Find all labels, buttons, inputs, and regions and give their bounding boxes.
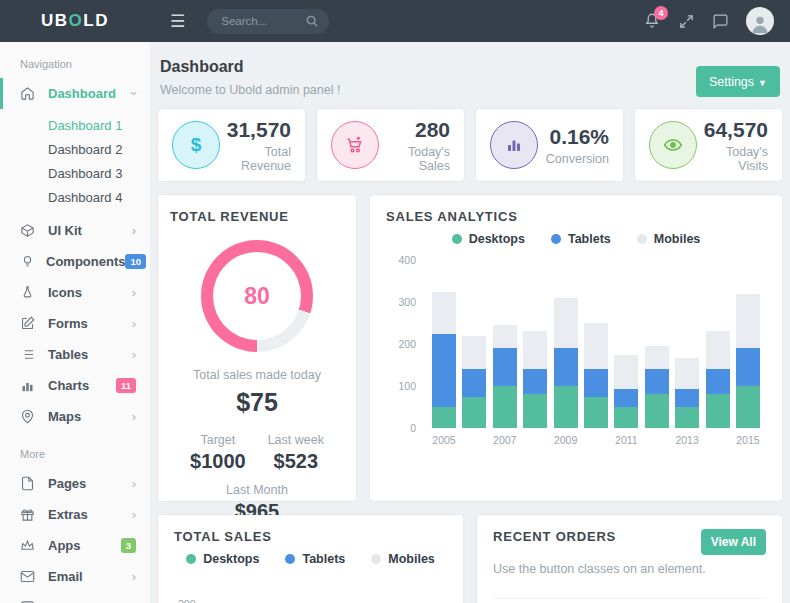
sidebar-item-forms[interactable]: Forms › — [0, 308, 150, 339]
notification-badge: 4 — [654, 6, 668, 20]
topbar: UBOLD ☰ 4 — [0, 0, 790, 42]
chevron-down-icon: › — [126, 91, 141, 95]
bar-segment-mobiles — [645, 346, 669, 369]
sidebar-subitem-dashboard-4[interactable]: Dashboard 4 — [0, 185, 150, 209]
bar-segment-mobiles — [432, 292, 456, 334]
dashboard-submenu: Dashboard 1 Dashboard 2 Dashboard 3 Dash… — [0, 109, 150, 215]
target-label: Target — [190, 433, 246, 447]
sidebar-item-ui-kit[interactable]: UI Kit › — [0, 215, 150, 246]
sidebar-item-components[interactable]: Components 10 — [0, 246, 150, 277]
legend-label: Tablets — [568, 232, 611, 246]
chevron-right-icon: › — [132, 285, 136, 300]
mail-icon — [20, 569, 37, 584]
sidebar-item-tables[interactable]: Tables › — [0, 339, 150, 370]
sidebar-item-charts[interactable]: Charts 11 — [0, 370, 150, 401]
eye-icon — [649, 121, 697, 169]
chevron-right-icon: › — [132, 223, 136, 238]
hamburger-icon[interactable]: ☰ — [170, 11, 185, 32]
legend-dot-green — [452, 234, 462, 244]
apps-badge: 3 — [121, 538, 136, 553]
chevron-right-icon: › — [132, 316, 136, 331]
fullscreen-button[interactable] — [678, 13, 695, 30]
legend-label: Mobiles — [388, 552, 435, 566]
bar-segment-tablets — [493, 348, 517, 386]
sales-today-label: Total sales made today — [170, 368, 344, 382]
search-box — [207, 9, 329, 34]
view-all-button[interactable]: View All — [701, 529, 766, 555]
sidebar-item-maps[interactable]: Maps › — [0, 401, 150, 432]
total-sales-panel: TOTAL SALES Desktops Tablets Mobiles 200 — [158, 515, 463, 603]
stat-label: Today's Visits — [697, 145, 768, 173]
sidebar-item-label: Pages — [48, 476, 132, 491]
sidebar-item-extras[interactable]: Extras › — [0, 499, 150, 530]
bar-segment-mobiles — [584, 323, 608, 369]
bar-2011: 2011 — [614, 355, 638, 450]
sidebar-item-layouts[interactable]: Layouts › — [0, 592, 150, 603]
bar-segment-desktops — [584, 397, 608, 429]
donut-value: 80 — [213, 252, 301, 340]
legend-mobiles: Mobiles — [637, 232, 701, 246]
sidebar-item-email[interactable]: Email › — [0, 561, 150, 592]
legend-dot-blue — [551, 234, 561, 244]
stat-card-conversion: 0.16% Conversion — [476, 109, 623, 181]
legend-tablets: Tablets — [285, 552, 345, 566]
x-tick-label: 2015 — [736, 434, 759, 450]
bar-segment-tablets — [706, 369, 730, 394]
sidebar-item-label: Icons — [48, 285, 132, 300]
target-value: $1000 — [190, 450, 246, 473]
search-icon[interactable] — [305, 14, 319, 28]
stat-value: 64,570 — [697, 118, 768, 142]
legend-label: Tablets — [302, 552, 345, 566]
sidebar-item-icons[interactable]: Icons › — [0, 277, 150, 308]
sidebar-item-label: Extras — [48, 507, 132, 522]
sidebar-section-navigation: Navigation — [0, 42, 150, 78]
chevron-right-icon: › — [132, 347, 136, 362]
stat-label: Today's Sales — [379, 145, 450, 173]
sidebar-item-label: Dashboard — [48, 86, 132, 101]
stat-label: Conversion — [538, 152, 609, 166]
bar-segment-tablets — [523, 369, 547, 394]
bar-segment-desktops — [645, 394, 669, 428]
x-tick-label: 2011 — [615, 434, 638, 450]
flask-icon — [20, 285, 37, 300]
bar-2007: 2007 — [493, 325, 517, 450]
bar-segment-tablets — [645, 369, 669, 394]
sales-analytics-panel: SALES ANALYTICS Desktops Tablets Mobiles… — [370, 195, 782, 501]
bar-segment-mobiles — [675, 358, 699, 390]
notifications-button[interactable]: 4 — [643, 12, 661, 30]
sidebar-subitem-dashboard-3[interactable]: Dashboard 3 — [0, 161, 150, 185]
bar-2010 — [584, 323, 608, 450]
bar-segment-desktops — [554, 386, 578, 428]
panel-title: SALES ANALYTICS — [386, 209, 766, 224]
legend-label: Mobiles — [654, 232, 701, 246]
settings-button[interactable]: Settings▼ — [696, 66, 780, 97]
bar-segment-desktops — [523, 394, 547, 428]
bar-segment-mobiles — [614, 355, 638, 390]
sidebar-item-pages[interactable]: Pages › — [0, 468, 150, 499]
bar-segment-mobiles — [554, 298, 578, 348]
bar-segment-mobiles — [736, 294, 760, 349]
file-icon — [20, 476, 37, 491]
total-revenue-panel: TOTAL REVENUE 80 Total sales made today … — [158, 195, 356, 501]
user-avatar[interactable] — [746, 7, 774, 35]
sidebar-item-apps[interactable]: Apps 3 — [0, 530, 150, 561]
messages-button[interactable] — [712, 13, 729, 30]
sidebar-subitem-dashboard-1[interactable]: Dashboard 1 — [0, 113, 150, 137]
y-tick-200: 200 — [398, 338, 416, 350]
gift-icon — [20, 507, 37, 522]
bar-2005: 2005 — [432, 292, 456, 451]
bar-2014 — [706, 331, 730, 450]
app-logo[interactable]: UBOLD — [0, 11, 150, 31]
stat-card-todays-sales: 280 Today's Sales — [317, 109, 464, 181]
page-title: Dashboard — [160, 58, 340, 76]
sidebar-item-label: Email — [48, 569, 132, 584]
panel-subtitle: Use the button classes on an element. — [493, 562, 766, 576]
sidebar-subitem-dashboard-2[interactable]: Dashboard 2 — [0, 137, 150, 161]
revenue-donut-chart: 80 — [201, 240, 313, 352]
bar-segment-mobiles — [493, 325, 517, 348]
bar-2009: 2009 — [554, 298, 578, 450]
bar-segment-mobiles — [462, 336, 486, 370]
sidebar-item-dashboard[interactable]: Dashboard › — [0, 78, 150, 109]
avatar-person-icon — [749, 13, 771, 35]
home-icon — [20, 86, 37, 101]
